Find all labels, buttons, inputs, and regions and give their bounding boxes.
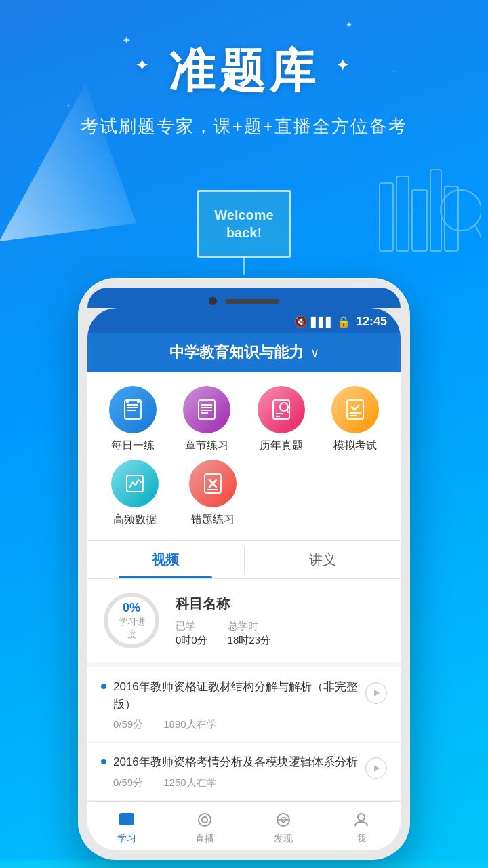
nav-chevron-down-icon[interactable]: ∨ <box>310 345 319 360</box>
total-time: 总学时 18时23分 <box>228 620 270 647</box>
course-students: 1250人在学 <box>163 776 216 789</box>
chalkboard-deco: Welcome back! <box>197 190 291 258</box>
phone-camera <box>209 297 217 305</box>
phone-mockup: 🔇 ▋▋▋ 🔒 12:45 中学教育知识与能力 ∨ 每日一练 <box>0 278 488 860</box>
bottom-nav-me[interactable]: 我 <box>323 807 401 848</box>
svg-rect-16 <box>201 410 212 411</box>
status-bar: 🔇 ▋▋▋ 🔒 12:45 <box>87 308 401 333</box>
svg-rect-11 <box>126 399 129 403</box>
svg-marker-32 <box>374 690 380 696</box>
phone-speaker <box>225 299 279 304</box>
mock-exam-icon[interactable] <box>331 386 379 433</box>
svg-marker-33 <box>374 765 380 772</box>
course-students: 1890人在学 <box>163 718 216 731</box>
wrong-practice-icon[interactable] <box>189 460 237 507</box>
mock-exam-item[interactable]: 模拟考试 <box>321 386 390 453</box>
highfreq-item[interactable]: 高频数据 <box>98 460 171 527</box>
svg-rect-12 <box>137 399 140 403</box>
phone-outer-shell: 🔇 ▋▋▋ 🔒 12:45 中学教育知识与能力 ∨ 每日一练 <box>78 278 410 860</box>
svg-rect-1 <box>396 176 409 251</box>
course-content: 2016年教师资格证教材结构分解与解析（非完整版） 0/59分 1890人在学 <box>113 678 359 731</box>
svg-point-39 <box>202 817 207 823</box>
svg-rect-15 <box>201 407 212 408</box>
svg-rect-2 <box>412 190 427 251</box>
course-title: 2016年教师资格证教材结构分解与解析（非完整版） <box>113 678 359 713</box>
me-nav-label: 我 <box>357 833 366 845</box>
bottom-nav-study[interactable]: 学习 <box>87 807 166 848</box>
progress-circle: 0% 学习进度 <box>101 590 162 651</box>
real-exam-label: 历年真题 <box>260 439 303 453</box>
progress-label: 学习进度 <box>119 616 145 639</box>
bottom-nav-live[interactable]: 直播 <box>166 807 245 848</box>
svg-rect-3 <box>430 170 441 251</box>
star-right-icon: ✦ <box>336 57 352 74</box>
feature-icon-grid-row2: 高频数据 错题练习 <box>87 460 401 540</box>
svg-rect-17 <box>201 412 208 414</box>
me-icon <box>351 810 371 830</box>
studied-time: 已学 0时0分 <box>176 620 207 647</box>
wrong-practice-item[interactable]: 错题练习 <box>177 460 250 527</box>
chapter-practice-item[interactable]: 章节练习 <box>173 386 242 453</box>
study-nav-label: 学习 <box>117 833 136 845</box>
star-left-icon: ✦ <box>136 57 152 74</box>
battery-icon: 🔒 <box>337 315 350 328</box>
sparkle-deco: · <box>68 102 70 109</box>
mock-exam-label: 模拟考试 <box>333 439 377 453</box>
svg-rect-10 <box>127 410 136 411</box>
svg-rect-23 <box>350 412 361 414</box>
svg-point-38 <box>199 814 211 826</box>
daily-practice-label: 每日一练 <box>111 439 155 453</box>
daily-practice-icon[interactable] <box>109 386 157 433</box>
bottom-nav: 学习 直播 发现 我 <box>87 801 401 850</box>
daily-practice-item[interactable]: 每日一练 <box>98 386 167 453</box>
mute-icon: 🔇 <box>294 315 308 328</box>
svg-point-42 <box>358 814 365 821</box>
course-score: 0/59分 <box>113 776 143 789</box>
nav-bar[interactable]: 中学教育知识与能力 ∨ <box>87 333 401 372</box>
real-exam-icon[interactable] <box>258 386 305 433</box>
progress-percent: 0% <box>117 601 147 615</box>
sparkle-deco: · <box>391 68 393 75</box>
total-label: 总学时 <box>228 620 270 633</box>
sparkle-deco: ✦ <box>346 20 352 30</box>
svg-rect-9 <box>127 407 138 408</box>
content-tab-bar: 视频 讲义 <box>87 540 401 579</box>
chapter-practice-icon[interactable] <box>183 386 230 433</box>
live-nav-label: 直播 <box>195 833 214 845</box>
feature-icon-grid: 每日一练 章节练习 历年真题 <box>87 372 401 460</box>
discover-nav-label: 发现 <box>274 833 293 845</box>
bullet-icon <box>101 759 106 764</box>
hero-title: ✦ 准题库 ✦ <box>136 41 352 102</box>
course-meta: 0/59分 1250人在学 <box>113 776 359 789</box>
course-title: 2016年教师资格考情分析及各模块逻辑体系分析 <box>113 753 359 771</box>
course-item[interactable]: 2016年教师资格证教材结构分解与解析（非完整版） 0/59分 1890人在学 <box>87 667 401 743</box>
flashlight-deco <box>0 83 137 269</box>
studied-value: 0时0分 <box>176 634 207 647</box>
studied-label: 已学 <box>176 620 207 633</box>
wrong-practice-label: 错题练习 <box>191 513 235 527</box>
status-icons: 🔇 ▋▋▋ 🔒 <box>294 315 350 328</box>
real-exam-item[interactable]: 历年真题 <box>247 386 316 453</box>
svg-rect-24 <box>350 415 357 416</box>
course-play-button[interactable] <box>365 682 387 704</box>
tab-video[interactable]: 视频 <box>87 541 244 578</box>
bottom-nav-discover[interactable]: 发现 <box>244 807 323 848</box>
books-deco <box>373 156 481 278</box>
tab-lecture[interactable]: 讲义 <box>245 541 401 578</box>
course-item[interactable]: 2016年教师资格考情分析及各模块逻辑体系分析 0/59分 1250人在学 <box>87 743 401 801</box>
progress-info: 科目名称 已学 0时0分 总学时 18时23分 <box>176 595 387 647</box>
study-icon <box>117 810 137 830</box>
phone-screen: 🔇 ▋▋▋ 🔒 12:45 中学教育知识与能力 ∨ 每日一练 <box>87 308 401 850</box>
course-play-button[interactable] <box>365 757 387 779</box>
hero-section: ✦ ✦ · · ✦ 准题库 ✦ 考试刷题专家，课+题+直播全方位备考 Welco… <box>0 0 488 292</box>
svg-rect-14 <box>201 404 212 406</box>
bullet-icon <box>101 684 106 689</box>
course-score: 0/59分 <box>113 718 143 731</box>
chalkboard-text: Welcome back! <box>199 206 289 241</box>
highfreq-label: 高频数据 <box>113 513 157 527</box>
course-content: 2016年教师资格考情分析及各模块逻辑体系分析 0/59分 1250人在学 <box>113 753 359 789</box>
chapter-practice-label: 章节练习 <box>185 439 228 453</box>
sparkle-deco: ✦ <box>122 34 131 47</box>
total-value: 18时23分 <box>228 634 270 647</box>
highfreq-icon[interactable] <box>111 460 159 507</box>
